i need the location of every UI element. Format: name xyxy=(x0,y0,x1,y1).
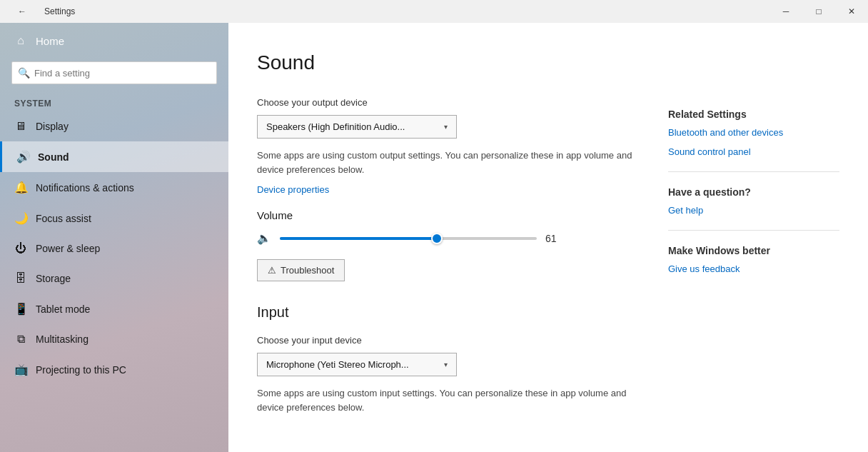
volume-value: 61 xyxy=(545,233,565,244)
back-button[interactable]: ← xyxy=(6,0,39,23)
feedback-link[interactable]: Give us feedback xyxy=(668,263,839,274)
sidebar-item-sound[interactable]: 🔊 Sound xyxy=(0,141,228,172)
sidebar-home[interactable]: ⌂ Home xyxy=(0,23,228,59)
home-icon: ⌂ xyxy=(14,34,27,47)
focus-icon: 🌙 xyxy=(14,211,27,225)
sidebar-item-storage[interactable]: 🗄 Storage xyxy=(0,263,228,293)
input-device-value: Microphone (Yeti Stereo Microph... xyxy=(266,359,409,370)
main-content: Sound Choose your output device Speakers… xyxy=(228,23,868,452)
maximize-button[interactable]: □ xyxy=(802,0,835,23)
volume-row: 🔈 61 xyxy=(257,231,640,245)
sidebar-item-notifications[interactable]: 🔔 Notifications & actions xyxy=(0,172,228,203)
input-section: Input Choose your input device Microphon… xyxy=(257,304,640,414)
volume-section: Volume 🔈 61 xyxy=(257,209,640,245)
search-input[interactable] xyxy=(34,68,211,79)
volume-thumb[interactable] xyxy=(431,233,443,244)
have-question-title: Have a question? xyxy=(668,186,839,198)
titlebar-title: Settings xyxy=(44,6,75,16)
sidebar-item-label: Sound xyxy=(38,151,69,163)
content-center: Sound Choose your output device Speakers… xyxy=(257,51,640,423)
sidebar-item-label: Tablet mode xyxy=(36,303,90,315)
output-section-label: Choose your output device xyxy=(257,97,640,108)
output-device-dropdown[interactable]: Speakers (High Definition Audio... ▾ xyxy=(257,115,457,139)
volume-label: Volume xyxy=(257,209,640,221)
separator xyxy=(668,230,839,231)
troubleshoot-button[interactable]: ⚠ Troubleshoot xyxy=(257,259,345,281)
search-icon: 🔍 xyxy=(18,67,30,79)
output-helper-text: Some apps are using custom output settin… xyxy=(257,149,640,176)
output-device-value: Speakers (High Definition Audio... xyxy=(266,121,405,132)
minimize-button[interactable]: ─ xyxy=(769,0,802,23)
close-button[interactable]: ✕ xyxy=(835,0,868,23)
sidebar-item-tablet[interactable]: 📱 Tablet mode xyxy=(0,293,228,324)
warning-icon: ⚠ xyxy=(268,265,276,276)
sidebar-item-label: Focus assist xyxy=(36,213,91,224)
related-settings-title: Related Settings xyxy=(668,109,839,120)
titlebar: ← Settings ─ □ ✕ xyxy=(0,0,868,23)
multitasking-icon: ⧉ xyxy=(14,333,27,346)
related-settings-panel: Related Settings Bluetooth and other dev… xyxy=(668,51,839,423)
sidebar: ⌂ Home 🔍 System 🖥 Display 🔊 Sound 🔔 Noti… xyxy=(0,23,228,452)
sidebar-item-label: Multitasking xyxy=(36,333,89,345)
input-section-label: Choose your input device xyxy=(257,335,640,346)
separator xyxy=(668,171,839,172)
sidebar-item-label: Projecting to this PC xyxy=(36,364,126,376)
sidebar-item-power[interactable]: ⏻ Power & sleep xyxy=(0,233,228,263)
troubleshoot-label: Troubleshoot xyxy=(281,265,334,276)
chevron-down-icon: ▾ xyxy=(444,361,448,368)
bluetooth-link[interactable]: Bluetooth and other devices xyxy=(668,127,839,138)
notifications-icon: 🔔 xyxy=(14,181,27,194)
sidebar-item-display[interactable]: 🖥 Display xyxy=(0,111,228,141)
input-device-dropdown[interactable]: Microphone (Yeti Stereo Microph... ▾ xyxy=(257,353,457,376)
display-icon: 🖥 xyxy=(14,120,27,133)
get-help-link[interactable]: Get help xyxy=(668,205,839,216)
volume-icon: 🔈 xyxy=(257,231,271,245)
app-body: ⌂ Home 🔍 System 🖥 Display 🔊 Sound 🔔 Noti… xyxy=(0,23,868,452)
home-label: Home xyxy=(36,35,64,47)
input-helper-text: Some apps are using custom input setting… xyxy=(257,386,640,414)
input-title: Input xyxy=(257,304,640,321)
sidebar-item-label: Display xyxy=(36,121,69,132)
sidebar-item-label: Storage xyxy=(36,273,71,284)
projecting-icon: 📺 xyxy=(14,363,27,376)
storage-icon: 🗄 xyxy=(14,272,27,285)
sound-control-panel-link[interactable]: Sound control panel xyxy=(668,146,839,157)
chevron-down-icon: ▾ xyxy=(444,123,448,131)
page-title: Sound xyxy=(257,51,640,74)
sidebar-item-label: Power & sleep xyxy=(36,243,100,254)
sidebar-item-projecting[interactable]: 📺 Projecting to this PC xyxy=(0,354,228,385)
system-section-label: System xyxy=(0,93,228,111)
tablet-icon: 📱 xyxy=(14,302,27,316)
sidebar-search-container[interactable]: 🔍 xyxy=(11,61,217,84)
sound-icon: 🔊 xyxy=(16,150,29,164)
feedback-title: Make Windows better xyxy=(668,245,839,256)
sidebar-item-label: Notifications & actions xyxy=(36,182,134,194)
window-controls: ─ □ ✕ xyxy=(769,0,868,23)
sidebar-item-multitasking[interactable]: ⧉ Multitasking xyxy=(0,324,228,354)
volume-slider[interactable] xyxy=(280,237,537,240)
sidebar-item-focus[interactable]: 🌙 Focus assist xyxy=(0,203,228,233)
device-properties-link[interactable]: Device properties xyxy=(257,184,329,195)
power-icon: ⏻ xyxy=(14,242,27,255)
volume-fill xyxy=(280,237,437,240)
